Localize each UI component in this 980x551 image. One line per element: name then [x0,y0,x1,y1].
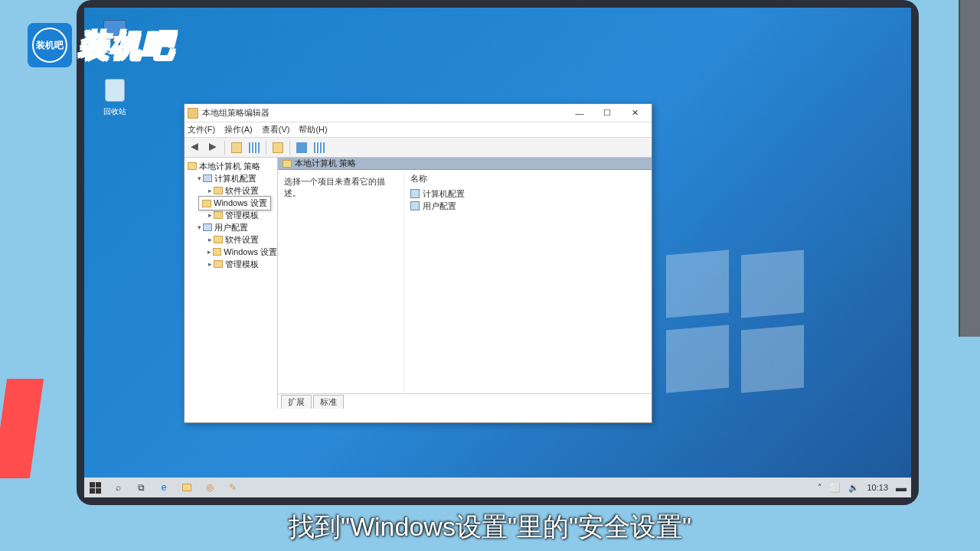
task-view-button[interactable]: ⧉ [135,481,147,494]
tray-time[interactable]: 10:13 [867,483,888,492]
folder-icon [273,142,283,153]
menu-help[interactable]: 帮助(H) [299,124,327,135]
monitor-frame: 此电脑 回收站 本地组策略编辑器 — ☐ ✕ 文件(F) 操作(A) 查看(V)… [77,0,919,505]
tool-view-button[interactable] [312,140,327,155]
taskbar-browser[interactable]: ◎ [204,481,216,494]
tree-windows-settings-row[interactable]: Windows 设置 [185,197,277,209]
windows-icon [90,482,101,494]
help-icon [296,142,307,153]
tree-root[interactable]: 本地计算机 策略 [185,160,277,172]
folder-icon [283,160,292,168]
menubar: 文件(F) 操作(A) 查看(V) 帮助(H) [185,122,652,138]
accent-gray [959,0,980,337]
list-icon [249,142,260,153]
tab-standard[interactable]: 标准 [313,395,344,409]
tree-user-software[interactable]: ▸软件设置 [185,233,277,246]
menu-file[interactable]: 文件(F) [188,124,215,135]
tree-user-config[interactable]: ▾用户配置 [185,221,277,233]
menu-action[interactable]: 操作(A) [224,124,253,135]
content-header-label: 本地计算机 策略 [295,158,356,169]
description-hint: 选择一个项目来查看它的描述。 [284,176,397,199]
view-icon [314,142,325,153]
folder-icon [231,142,242,153]
nav-forward-button[interactable]: ⯈ [205,140,220,155]
item-computer-config[interactable]: 计算机配置 [410,187,645,200]
config-icon [410,189,420,198]
gpedit-window: 本地组策略编辑器 — ☐ ✕ 文件(F) 操作(A) 查看(V) 帮助(H) ⯇… [184,103,652,423]
folder-icon [202,200,211,207]
tool-refresh-button[interactable] [270,140,286,155]
desktop: 此电脑 回收站 本地组策略编辑器 — ☐ ✕ 文件(F) 操作(A) 查看(V)… [84,8,911,497]
folder-icon [214,211,223,219]
folder-icon [182,484,191,491]
config-icon [203,223,212,231]
brand-logo-icon: 装机吧 [28,23,72,67]
windows-logo-icon [666,253,804,390]
column-name[interactable]: 名称 [410,173,645,184]
search-button[interactable]: ⌕ [112,481,124,494]
tray-notifications-icon[interactable]: ▬ [896,481,906,494]
folder-icon [214,236,223,243]
folder-icon [214,187,223,194]
bin-icon [105,79,125,102]
tree-software-settings[interactable]: ▸软件设置 [185,184,277,197]
desktop-icon-recycle-bin[interactable]: 回收站 [96,77,134,117]
items-panel: 名称 计算机配置 用户配置 [404,170,652,393]
tree-user-admin[interactable]: ▸管理模板 [185,258,277,270]
content-pane: 本地计算机 策略 选择一个项目来查看它的描述。 名称 计算机配置 用户配置 [278,158,652,409]
start-button[interactable] [89,481,101,494]
taskbar: ⌕ ⧉ e ◎ ✎ ˄ ⬜ 🔉 10:13 ▬ [84,478,911,497]
folder-icon [188,162,197,170]
window-title: 本地组策略编辑器 [202,107,566,119]
tab-extended[interactable]: 扩展 [281,395,312,409]
app-icon [188,108,198,119]
config-icon [203,174,212,182]
tree-user-windows[interactable]: ▸Windows 设置 [185,246,277,258]
tree-windows-settings-tooltip[interactable]: Windows 设置 [198,196,271,210]
tree-admin-templates[interactable]: ▸管理模板 [185,209,277,221]
nav-back-button[interactable]: ⯇ [188,140,203,155]
tool-properties-button[interactable] [247,140,262,155]
video-subtitle: 找到"Windows设置"里的"安全设置" [0,510,980,545]
folder-icon [214,260,223,268]
toolbar: ⯇ ⯈ [185,138,652,158]
item-user-config[interactable]: 用户配置 [410,200,645,212]
close-button[interactable]: ✕ [621,106,648,121]
tray-network-icon[interactable]: ⬜ [830,483,841,493]
tool-help-button[interactable] [294,140,309,155]
brand-label: 装机吧 [78,24,175,67]
tray-chevron-icon[interactable]: ˄ [818,483,822,493]
menu-view[interactable]: 查看(V) [262,124,290,135]
tool-up-button[interactable] [229,140,244,155]
folder-icon [213,248,221,256]
config-icon [410,201,420,210]
tree-computer-config[interactable]: ▾计算机配置 [185,172,277,184]
description-panel: 选择一个项目来查看它的描述。 [278,170,404,393]
taskbar-explorer[interactable] [181,481,193,494]
accent-red [0,379,44,478]
taskbar-app[interactable]: ✎ [227,481,239,494]
titlebar[interactable]: 本地组策略编辑器 — ☐ ✕ [185,104,652,122]
maximize-button[interactable]: ☐ [593,106,621,121]
desktop-icon-label: 回收站 [96,106,134,117]
tree-pane[interactable]: 本地计算机 策略 ▾计算机配置 ▸软件设置 Windows 设置 ▸管理模板 ▾… [185,158,278,409]
content-header: 本地计算机 策略 [278,158,652,170]
tray-volume-icon[interactable]: 🔉 [848,483,859,493]
taskbar-edge[interactable]: e [158,481,170,494]
brand-badge: 装机吧 装机吧 [28,23,175,67]
minimize-button[interactable]: — [566,106,593,121]
tabs-bar: 扩展 标准 [278,393,652,409]
